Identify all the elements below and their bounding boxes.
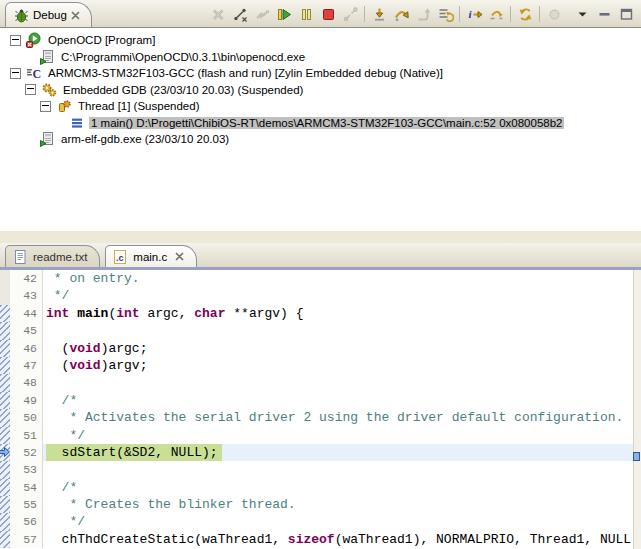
line-number: 52 xyxy=(10,444,43,461)
code-line[interactable]: 51 */ xyxy=(0,427,641,444)
code-text: */ xyxy=(43,427,641,444)
overview-ruler[interactable] xyxy=(633,270,641,549)
toolbar-separator xyxy=(539,6,540,22)
process-icon xyxy=(39,131,55,147)
view-menu-icon xyxy=(574,6,591,23)
annotation-gutter[interactable] xyxy=(0,531,10,548)
code-text xyxy=(43,322,641,339)
code-line[interactable]: 43 */ xyxy=(0,287,641,304)
code-line[interactable]: 48 xyxy=(0,374,641,391)
program-icon xyxy=(26,32,42,48)
debug-tree-row[interactable]: 1 main() D:\Progetti\ChibiOS-RT\demos\AR… xyxy=(0,115,641,132)
refresh-icon xyxy=(517,6,534,23)
code-line[interactable]: 56 */ xyxy=(0,513,641,530)
view-menu-button[interactable] xyxy=(571,3,593,25)
close-icon[interactable] xyxy=(71,10,81,20)
debug-tree-row[interactable]: Embedded GDB (23/03/10 20.03) (Suspended… xyxy=(0,82,641,99)
remove-all-terminated-button xyxy=(207,3,229,25)
code-line[interactable]: 50 * Activates the serial driver 2 using… xyxy=(0,409,641,426)
code-text: (void)argc; xyxy=(43,340,641,357)
restart-icon xyxy=(254,6,271,23)
line-number: 43 xyxy=(10,287,43,304)
remove-all-terminated-icon xyxy=(210,6,227,23)
code-editor[interactable]: 42 * on entry.43 */44int main(int argc, … xyxy=(0,270,641,549)
tree-item-label: C:\Programmi\OpenOCD\0.3.1\bin\openocd.e… xyxy=(59,51,307,63)
annotation-gutter[interactable] xyxy=(0,427,10,444)
debug-tree-row[interactable]: arm-elf-gdb.exe (23/03/10 20.03) xyxy=(0,131,641,148)
debug-tree-row[interactable]: Thread [1] (Suspended) xyxy=(0,98,641,115)
annotation-gutter[interactable] xyxy=(0,392,10,409)
annotation-gutter[interactable] xyxy=(0,322,10,339)
editor-tab-main-c[interactable]: .cmain.c xyxy=(105,245,197,267)
resume-at-line-icon xyxy=(488,6,505,23)
code-line[interactable]: 49 /* xyxy=(0,392,641,409)
minimize-button[interactable] xyxy=(593,3,615,25)
collapse-expander[interactable] xyxy=(40,101,51,112)
code-line[interactable]: 44int main(int argc, char **argv) { xyxy=(0,305,641,322)
code-text xyxy=(43,374,641,391)
line-number: 50 xyxy=(10,409,43,426)
code-text: chThdCreateStatic(waThread1, sizeof(waTh… xyxy=(43,531,641,548)
annotation-gutter[interactable] xyxy=(0,444,10,461)
code-line[interactable]: 54 /* xyxy=(0,479,641,496)
tree-item-label: Thread [1] (Suspended) xyxy=(76,100,201,112)
editor-area: readme.txt.cmain.c 42 * on entry.43 */44… xyxy=(0,243,641,549)
code-line[interactable]: 55 * Creates the blinker thread. xyxy=(0,496,641,513)
debug-view-tab[interactable]: Debug xyxy=(5,2,92,27)
code-line[interactable]: 47 (void)argv; xyxy=(0,357,641,374)
collapse-expander[interactable] xyxy=(25,84,36,95)
code-text: * on entry. xyxy=(43,270,641,287)
annotation-gutter[interactable] xyxy=(0,479,10,496)
bug-icon xyxy=(13,7,29,23)
code-line[interactable]: 46 (void)argc; xyxy=(0,340,641,357)
pane-resize-sash[interactable] xyxy=(0,231,641,243)
annotation-gutter[interactable] xyxy=(0,496,10,513)
debug-tree-row[interactable]: OpenOCD [Program] xyxy=(0,32,641,49)
code-line[interactable]: 52 sdStart(&SD2, NULL); xyxy=(0,444,641,461)
use-step-filters-button[interactable] xyxy=(434,3,456,25)
annotation-gutter[interactable] xyxy=(0,287,10,304)
line-number: 48 xyxy=(10,374,43,391)
annotation-gutter[interactable] xyxy=(0,357,10,374)
suspend-button[interactable] xyxy=(295,3,317,25)
step-over-button[interactable] xyxy=(390,3,412,25)
annotation-gutter[interactable] xyxy=(0,305,10,322)
code-text: */ xyxy=(43,287,641,304)
code-line[interactable]: 53 xyxy=(0,461,641,478)
line-number: 44 xyxy=(10,305,43,322)
terminate-button[interactable] xyxy=(317,3,339,25)
editor-tab-label: readme.txt xyxy=(33,251,87,263)
code-line[interactable]: 42 * on entry. xyxy=(0,270,641,287)
annotation-gutter[interactable] xyxy=(0,461,10,478)
collapse-expander[interactable] xyxy=(10,35,21,46)
annotation-gutter[interactable] xyxy=(0,513,10,530)
code-text: int main(int argc, char **argv) { xyxy=(43,305,641,322)
instruction-stepping-icon: i xyxy=(466,6,483,23)
line-number: 54 xyxy=(10,479,43,496)
debug-tree-row[interactable]: CARMCM3-STM32F103-GCC (flash and run) [Z… xyxy=(0,65,641,82)
collapse-expander[interactable] xyxy=(10,68,21,79)
annotation-gutter[interactable] xyxy=(0,340,10,357)
debug-view: Debug i OpenOCD [Program]C:\Programmi\Op… xyxy=(0,0,641,231)
connect-icon xyxy=(232,6,249,23)
debug-tree-row[interactable]: C:\Programmi\OpenOCD\0.3.1\bin\openocd.e… xyxy=(0,49,641,66)
instruction-stepping-button[interactable]: i xyxy=(463,3,485,25)
annotation-gutter[interactable] xyxy=(0,270,10,287)
line-number: 51 xyxy=(10,427,43,444)
close-icon[interactable] xyxy=(174,252,184,262)
annotation-gutter[interactable] xyxy=(0,374,10,391)
line-number: 56 xyxy=(10,513,43,530)
step-into-icon xyxy=(371,6,388,23)
connect-button[interactable] xyxy=(229,3,251,25)
resume-button[interactable] xyxy=(273,3,295,25)
code-line[interactable]: 57 chThdCreateStatic(waThread1, sizeof(w… xyxy=(0,531,641,548)
maximize-button[interactable] xyxy=(615,3,637,25)
resume-at-line-button[interactable] xyxy=(485,3,507,25)
code-line[interactable]: 45 xyxy=(0,322,641,339)
suspend-icon xyxy=(298,6,315,23)
step-into-button[interactable] xyxy=(368,3,390,25)
refresh-button[interactable] xyxy=(514,3,536,25)
annotation-gutter[interactable] xyxy=(0,409,10,426)
code-text: /* xyxy=(43,392,641,409)
editor-tab-readme-txt[interactable]: readme.txt xyxy=(5,245,100,267)
